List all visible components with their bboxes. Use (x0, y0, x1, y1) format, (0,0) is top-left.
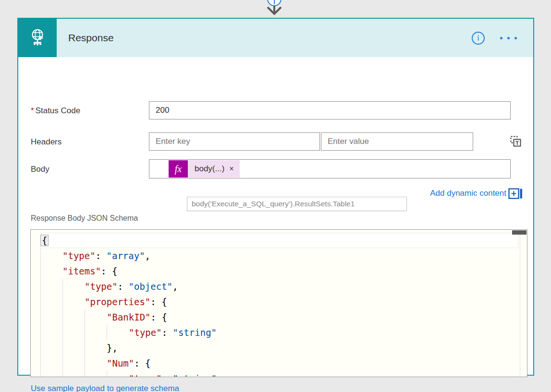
add-dynamic-content-link[interactable]: Add dynamic content (430, 189, 506, 198)
code-line: "properties": { (40, 294, 527, 309)
status-code-label: *Status Code (31, 106, 80, 116)
body-input[interactable]: fx body(...) × (149, 159, 511, 178)
headers-value-input[interactable] (321, 132, 473, 151)
code-line: "items": { (40, 263, 527, 279)
switch-to-text-mode-icon[interactable]: T (509, 135, 523, 148)
http-response-icon (18, 19, 57, 57)
card-body: *Status Code Headers T Body fx body(...)… (18, 57, 533, 375)
headers-key-input[interactable] (149, 132, 320, 151)
add-dynamic-content-icon[interactable] (508, 188, 523, 199)
svg-text:T: T (515, 140, 519, 146)
code-line: }, (40, 340, 527, 356)
expression-chip[interactable]: fx body(...) × (169, 160, 240, 178)
schema-editor-code: {"type": "array","items": {"type": "obje… (31, 230, 527, 377)
code-line: "Num": { (40, 356, 527, 371)
code-line: "type": "string" (40, 325, 527, 340)
ellipsis-menu-icon[interactable] (500, 37, 517, 39)
code-line: { (40, 233, 518, 248)
headers-label: Headers (31, 137, 61, 147)
card-header[interactable]: Response i (18, 19, 533, 57)
status-code-input[interactable] (149, 101, 511, 119)
scrollbar-thumb[interactable] (512, 230, 527, 235)
info-icon[interactable]: i (472, 32, 485, 45)
flow-arrow-down-icon (262, 0, 286, 18)
response-action-card: Response i *Status Code Headers T Body f… (17, 18, 534, 376)
fx-icon: fx (169, 160, 188, 178)
code-line: "type": "object", (40, 279, 527, 294)
remove-chip-icon[interactable]: × (227, 165, 239, 173)
code-line: "BankID": { (40, 309, 527, 325)
required-marker: * (31, 106, 34, 115)
schema-label: Response Body JSON Schema (31, 214, 138, 223)
flow-connector (262, 0, 286, 18)
expression-chip-label: body(...) (188, 164, 227, 174)
code-line: "type": "array", (40, 248, 527, 263)
body-label: Body (31, 165, 49, 174)
code-line: "type": "string" (40, 371, 527, 377)
scrollbar-track (520, 230, 520, 377)
expression-tooltip: body('Execute_a_SQL_query').ResultSets.T… (187, 197, 407, 211)
schema-editor[interactable]: {"type": "array","items": {"type": "obje… (30, 229, 527, 377)
use-sample-payload-link[interactable]: Use sample payload to generate schema (31, 384, 179, 392)
action-title: Response (68, 32, 114, 44)
